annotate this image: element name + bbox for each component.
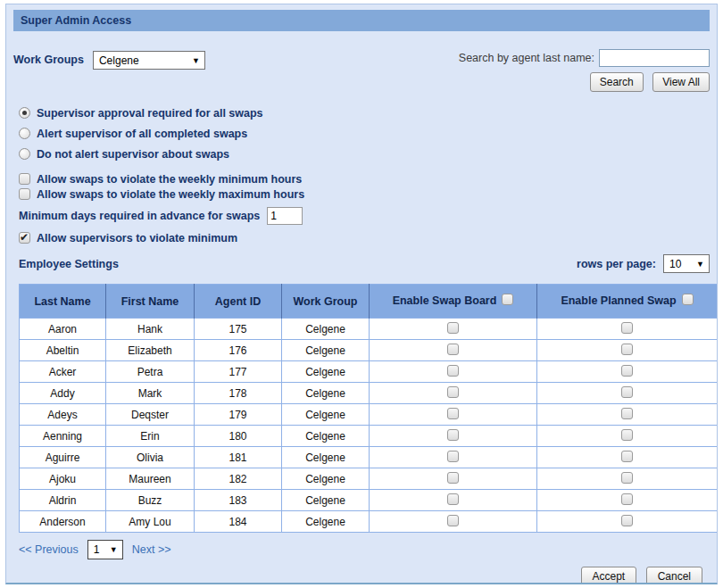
top-controls: Work Groups Celgene ▼ Search by agent la…: [13, 49, 710, 92]
page-select[interactable]: 1 ▼: [87, 540, 123, 559]
planned-swap-checkbox[interactable]: [621, 408, 633, 419]
chevron-down-icon: ▼: [696, 260, 704, 269]
last-name-cell: Ajoku: [20, 468, 106, 490]
min-days-input[interactable]: [267, 207, 303, 225]
agent-id-cell: 181: [195, 447, 282, 468]
swap-board-checkbox-cell: [370, 447, 537, 468]
work-group-cell: Celgene: [282, 361, 370, 383]
swap-board-checkbox-cell: [370, 319, 537, 340]
agent-id-cell: 175: [195, 319, 282, 340]
swap-board-checkbox[interactable]: [447, 472, 459, 484]
planned-swap-checkbox-cell: [537, 426, 718, 447]
radio-label: Do not alert supervisor about swaps: [37, 148, 229, 161]
accept-button[interactable]: Accept: [581, 567, 637, 584]
planned-swap-checkbox[interactable]: [621, 429, 633, 441]
work-group-cell: Celgene: [282, 468, 370, 490]
search-button[interactable]: Search: [590, 72, 644, 92]
planned-swap-checkbox[interactable]: [621, 451, 633, 462]
col-enable-planned-swap-label: Enable Planned Swap: [561, 294, 676, 307]
planned-swap-select-all-checkbox[interactable]: [682, 294, 694, 305]
agent-id-cell: 184: [195, 511, 282, 533]
planned-swap-checkbox-cell: [537, 319, 718, 340]
rows-per-page-select[interactable]: 10 ▼: [663, 254, 710, 273]
checkbox-label: Allow swaps to violate the weekly minimu…: [37, 173, 302, 186]
planned-swap-checkbox[interactable]: [621, 344, 633, 355]
work-groups-label: Work Groups: [13, 51, 84, 70]
swap-board-checkbox-cell: [370, 490, 537, 511]
swap-approval-options: Supervisor approval required for all swa…: [19, 103, 710, 164]
work-groups-control: Work Groups Celgene ▼: [13, 51, 205, 92]
swap-board-checkbox[interactable]: [447, 322, 459, 334]
radio-option-row: Do not alert supervisor about swaps: [19, 144, 710, 164]
planned-swap-checkbox[interactable]: [621, 515, 633, 526]
planned-swap-checkbox-cell: [537, 511, 718, 533]
last-name-cell: Adeys: [20, 404, 106, 426]
last-name-cell: Aaron: [20, 319, 106, 340]
swap-board-checkbox[interactable]: [447, 408, 459, 419]
planned-swap-checkbox[interactable]: [621, 493, 633, 505]
violate-min-hours-checkbox[interactable]: [19, 173, 30, 185]
page-number-value: 1: [94, 543, 100, 556]
last-name-cell: Anderson: [20, 511, 106, 533]
first-name-cell: Olivia: [106, 447, 195, 468]
table-row: AbeltinElizabeth176Celgene: [20, 340, 718, 361]
agent-id-cell: 177: [195, 361, 282, 383]
swap-board-checkbox[interactable]: [447, 515, 459, 526]
swap-board-checkbox[interactable]: [447, 386, 459, 398]
table-row: AguirreOlivia181Celgene: [20, 447, 718, 468]
planned-swap-checkbox[interactable]: [621, 386, 633, 398]
planned-swap-checkbox[interactable]: [621, 365, 633, 377]
last-name-cell: Aldrin: [20, 490, 106, 511]
radio-label: Alert supervisor of all completed swaps: [37, 128, 247, 140]
search-input[interactable]: [599, 49, 710, 67]
swap-board-checkbox[interactable]: [447, 429, 459, 441]
first-name-cell: Petra: [106, 361, 195, 383]
agent-id-cell: 178: [195, 383, 282, 404]
work-group-cell: Celgene: [282, 426, 370, 447]
chevron-down-icon: ▼: [192, 56, 200, 65]
agent-id-cell: 176: [195, 340, 282, 361]
last-name-cell: Abeltin: [20, 340, 106, 361]
table-row: AjokuMaureen182Celgene: [20, 468, 718, 490]
first-name-cell: Amy Lou: [106, 511, 195, 533]
previous-page-link[interactable]: << Previous: [19, 543, 79, 556]
employee-settings-title: Employee Settings: [19, 258, 119, 270]
min-days-label: Minimum days required in advance for swa…: [19, 210, 260, 222]
view-all-button[interactable]: View All: [652, 72, 710, 92]
radio-option-row: Alert supervisor of all completed swaps: [19, 123, 710, 144]
next-page-link[interactable]: Next >>: [132, 543, 171, 556]
min-days-control: Minimum days required in advance for swa…: [19, 205, 710, 227]
first-name-cell: Maureen: [106, 468, 195, 490]
planned-swap-checkbox-cell: [537, 468, 718, 490]
cancel-button[interactable]: Cancel: [646, 567, 702, 584]
supervisor-approval-radio[interactable]: [19, 107, 30, 119]
swap-board-checkbox-cell: [370, 511, 537, 533]
swap-board-checkbox[interactable]: [447, 365, 459, 377]
table-row: AndersonAmy Lou184Celgene: [20, 511, 718, 533]
rows-per-page-label: rows per page:: [577, 258, 656, 270]
super-admin-panel: Super Admin Access Work Groups Celgene ▼…: [5, 4, 718, 584]
supervisor-violate-min-checkbox[interactable]: [19, 232, 30, 244]
no-alert-radio[interactable]: [19, 148, 30, 160]
swap-board-checkbox[interactable]: [447, 451, 459, 462]
swap-board-checkbox-cell: [370, 383, 537, 404]
planned-swap-checkbox-cell: [537, 361, 718, 383]
work-groups-select[interactable]: Celgene ▼: [93, 51, 205, 70]
planned-swap-checkbox[interactable]: [621, 472, 633, 484]
swap-board-checkbox-cell: [370, 361, 537, 383]
swap-board-checkbox-cell: [370, 404, 537, 426]
alert-supervisor-radio[interactable]: [19, 128, 30, 139]
last-name-cell: Aenning: [20, 426, 106, 447]
work-groups-selected-value: Celgene: [99, 54, 139, 67]
swap-board-select-all-checkbox[interactable]: [502, 294, 513, 305]
table-row: AckerPetra177Celgene: [20, 361, 718, 383]
violate-max-hours-checkbox[interactable]: [19, 188, 30, 200]
agent-id-cell: 180: [195, 426, 282, 447]
first-name-cell: Buzz: [106, 490, 195, 511]
planned-swap-checkbox[interactable]: [621, 322, 633, 334]
col-last-name: Last Name: [20, 285, 106, 319]
last-name-cell: Acker: [20, 361, 106, 383]
swap-board-checkbox[interactable]: [447, 344, 459, 355]
planned-swap-checkbox-cell: [537, 447, 718, 468]
swap-board-checkbox[interactable]: [447, 493, 459, 505]
